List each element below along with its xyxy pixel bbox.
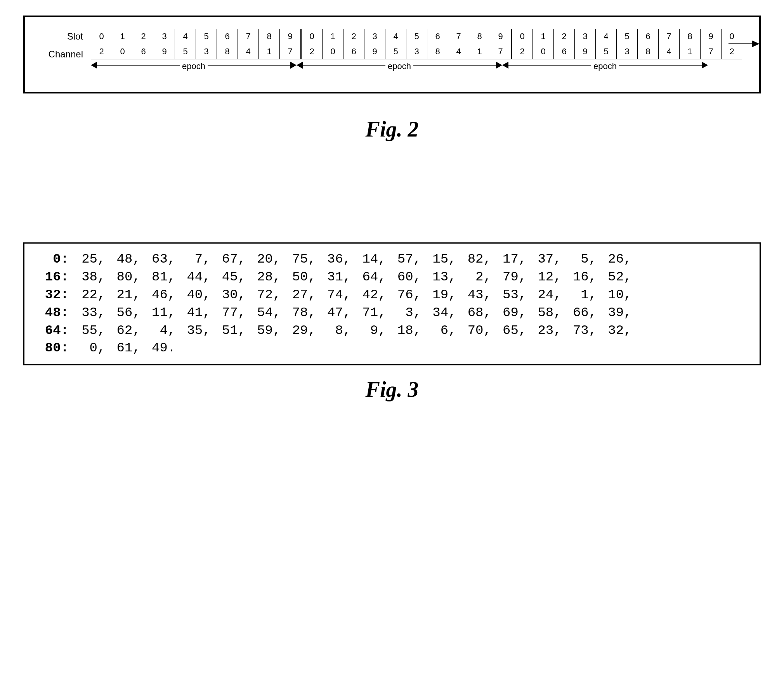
slot-cell: 5: [617, 29, 638, 44]
fig3-value: 54: [246, 304, 273, 322]
channel-row-label: Channel: [36, 49, 87, 60]
slot-cell: 3: [364, 29, 385, 44]
slot-cell: 6: [427, 29, 448, 44]
fig3-value: 39: [597, 304, 624, 322]
fig3-value: 0: [70, 339, 97, 357]
fig3-value: 53: [491, 286, 519, 304]
channel-cell: 2: [512, 44, 533, 59]
fig3-value: 5: [562, 251, 589, 268]
slot-cell: 2: [343, 29, 364, 44]
epoch-label: epoch: [180, 61, 208, 71]
fig3-value: 42: [351, 286, 378, 304]
fig3-row-index: 48:: [34, 304, 70, 322]
slot-cell: 2: [554, 29, 575, 44]
fig3-value: 46: [140, 286, 168, 304]
slot-cell: 0: [512, 29, 533, 44]
fig3-value: 31: [316, 268, 343, 286]
fig3-value: 16: [562, 268, 589, 286]
channel-cell: 1: [469, 44, 490, 59]
fig3-value: 50: [281, 268, 308, 286]
channel-cell: 8: [217, 44, 238, 59]
fig3-row-index: 64:: [34, 322, 70, 340]
channel-cell: 2: [722, 44, 742, 59]
fig3-row-values: 22,21,46,40,30,72,27,74,42,76,19,43,53,2…: [70, 286, 632, 304]
epoch-span: epoch: [91, 60, 297, 76]
slot-cell: 1: [533, 29, 554, 44]
channel-cell: 3: [406, 44, 427, 59]
fig3-value: 76: [386, 286, 413, 304]
fig3-value: 15: [421, 251, 448, 268]
fig3-value: 2: [456, 268, 483, 286]
fig3-value: 51: [211, 322, 238, 340]
channel-cell: 5: [596, 44, 617, 59]
slot-cell: 7: [238, 29, 259, 44]
fig3-caption: Fig. 3: [16, 377, 768, 402]
channel-cell: 2: [301, 44, 323, 59]
fig3-value: 77: [211, 304, 238, 322]
channel-cell: 7: [280, 44, 301, 59]
fig3-value: 11: [140, 304, 168, 322]
fig3-value: 13: [421, 268, 448, 286]
fig3-row-index: 32:: [34, 286, 70, 304]
fig3-value: 26: [597, 251, 624, 268]
fig3-row: 32:22,21,46,40,30,72,27,74,42,76,19,43,5…: [34, 286, 750, 304]
fig3-value: 44: [175, 268, 203, 286]
fig3-row-index: 80:: [34, 339, 70, 357]
fig3-value: 3: [386, 304, 413, 322]
fig3-value: 27: [281, 286, 308, 304]
arrow-right-icon: [496, 62, 502, 69]
fig3-row-values: 25,48,63, 7,67,20,75,36,14,57,15,82,17,3…: [70, 251, 632, 268]
epoch-row: epochepochepoch: [91, 60, 748, 76]
slot-cell: 3: [575, 29, 596, 44]
fig3-row-values: 55,62, 4,35,51,59,29, 8, 9,18, 6,70,65,2…: [70, 322, 632, 340]
channel-cell: 7: [701, 44, 722, 59]
fig3-value: 75: [281, 251, 308, 268]
channel-cell: 9: [364, 44, 385, 59]
channel-cell: 4: [238, 44, 259, 59]
fig3-value: 81: [140, 268, 168, 286]
channel-cell: 6: [343, 44, 364, 59]
fig3-value: 49: [140, 339, 168, 357]
fig3-value: 33: [70, 304, 97, 322]
fig3-value: 65: [491, 322, 519, 340]
channel-cell: 0: [112, 44, 133, 59]
channel-cell: 1: [259, 44, 280, 59]
fig3-value: 14: [351, 251, 378, 268]
fig3-value: 36: [316, 251, 343, 268]
slot-cell: 0: [722, 29, 742, 44]
fig3-value: 57: [386, 251, 413, 268]
channel-cell: 0: [323, 44, 343, 59]
slot-cell: 6: [638, 29, 659, 44]
fig3-value: 82: [456, 251, 483, 268]
fig3-value: 66: [562, 304, 589, 322]
fig3-value: 28: [246, 268, 273, 286]
fig3-value: 72: [246, 286, 273, 304]
fig3-value: 34: [421, 304, 448, 322]
fig3-value: 30: [211, 286, 238, 304]
slot-cell: 7: [448, 29, 469, 44]
fig3-value: 29: [281, 322, 308, 340]
fig3-row-values: 33,56,11,41,77,54,78,47,71, 3,34,68,69,5…: [70, 304, 632, 322]
slot-cell: 9: [280, 29, 301, 44]
fig3-value: 45: [211, 268, 238, 286]
fig3-value: 68: [456, 304, 483, 322]
fig3-value: 38: [70, 268, 97, 286]
fig3-value: 35: [175, 322, 203, 340]
fig3-value: 61: [105, 339, 132, 357]
slot-cell: 7: [659, 29, 680, 44]
fig3-value: 73: [562, 322, 589, 340]
channel-cell: 1: [680, 44, 701, 59]
fig3-row-index: 0:: [34, 251, 70, 268]
epoch-label: epoch: [591, 61, 619, 71]
channel-cell: 3: [617, 44, 638, 59]
fig3-value: 58: [526, 304, 553, 322]
fig3-value: 8: [316, 322, 343, 340]
fig3-row: 0:25,48,63, 7,67,20,75,36,14,57,15,82,17…: [34, 251, 750, 268]
fig3-value: 59: [246, 322, 273, 340]
epoch-span: epoch: [502, 60, 708, 76]
fig3-row: 48:33,56,11,41,77,54,78,47,71, 3,34,68,6…: [34, 304, 750, 322]
fig3-value: 18: [386, 322, 413, 340]
fig3-value: 6: [421, 322, 448, 340]
epoch-span: epoch: [297, 60, 502, 76]
channel-cell: 4: [659, 44, 680, 59]
